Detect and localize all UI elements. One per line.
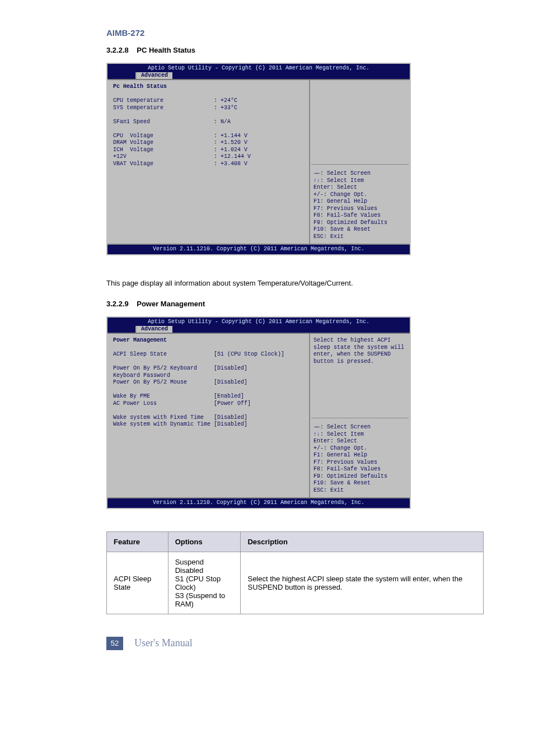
bios-row: +12V: +12.144 V	[113, 153, 303, 161]
bios-row-label: +12V	[113, 153, 214, 161]
bios-key-hint: F9: Optimized Defaults	[313, 220, 406, 227]
bios-row-value: [Enabled]	[214, 393, 244, 400]
bios-row-value: [Power Off]	[214, 400, 251, 408]
bios-left-1: Pc Health Status CPU temperature: +24°CS…	[107, 80, 310, 244]
paragraph-1: This page display all information about …	[106, 278, 484, 289]
bios-row: SFan1 Speed: N/A	[113, 119, 303, 126]
bios-row-label: Wake system with Fixed Time	[113, 414, 214, 422]
bios-row-label: CPU Voltage	[113, 133, 214, 140]
table-header: Description	[241, 531, 484, 552]
bios-keys-2: →←: Select Screen↑↓: Select ItemEnter: S…	[313, 421, 406, 494]
bios-row-value: [Disabled]	[214, 365, 247, 372]
table-header: Options	[168, 531, 241, 552]
bios-key-hint: F8: Fail-Safe Values	[313, 466, 406, 473]
bios-row-value: : +24°C	[214, 97, 237, 105]
section-num-2: 3.2.2.9	[106, 300, 129, 308]
bios-key-hint: →←: Select Screen	[313, 424, 406, 431]
bios-row: VBAT Voltage: +3.408 V	[113, 161, 303, 168]
bios-row	[113, 358, 303, 366]
bios-row-label: Wake system with Dynamic Time	[113, 421, 214, 428]
bios-heading-1: Pc Health Status	[113, 83, 303, 91]
bios-key-hint: F9: Optimized Defaults	[313, 473, 406, 480]
bios-left-2: Power Management ACPI Sleep State[S1 (CP…	[107, 334, 310, 497]
bios-row-value: : N/A	[214, 119, 231, 126]
bios-key-hint: ESC: Exit	[313, 234, 406, 241]
bios-row: ICH Voltage: +1.024 V	[113, 147, 303, 154]
section-num-1: 3.2.2.8	[106, 46, 129, 54]
bios-key-hint: F7: Previous Values	[313, 459, 406, 466]
bios-row	[113, 386, 303, 394]
bios-row-label: SFan1 Speed	[113, 119, 214, 126]
bios-key-hint: →←: Select Screen	[313, 170, 406, 178]
page-number: 52	[106, 637, 123, 650]
footer-text: User's Manual	[134, 637, 193, 649]
feature-table: FeatureOptionsDescription ACPI Sleep Sta…	[106, 531, 484, 614]
bios-keys-1: →←: Select Screen↑↓: Select ItemEnter: S…	[313, 167, 406, 240]
bios-footer-2: Version 2.11.1210. Copyright (C) 2011 Am…	[107, 497, 410, 508]
bios-row-label: Power On By PS/2 Keyboard	[113, 365, 214, 372]
table-cell: Select the highest ACPI sleep state the …	[241, 552, 484, 614]
bios-row-value: : +1.024 V	[214, 147, 247, 154]
bios-key-hint: +/-: Change Opt.	[313, 445, 406, 452]
bios-row: Power On By PS/2 Mouse[Disabled]	[113, 379, 303, 386]
bios-row-label: ACPI Sleep State	[113, 351, 214, 358]
section-heading-1: 3.2.2.8 PC Health Status	[106, 46, 484, 54]
bios-row-value: : +12.144 V	[214, 153, 251, 161]
bios-key-hint: F1: General Help	[313, 198, 406, 206]
bios-title-1: Aptio Setup Utility - Copyright (C) 2011…	[107, 64, 410, 72]
bios-row-label: Keyboard Password	[113, 372, 214, 380]
bios-row-value: : +33°C	[214, 105, 237, 112]
section-title-2: Power Management	[137, 300, 205, 308]
section-heading-2: 3.2.2.9 Power Management	[106, 300, 484, 308]
bios-row: DRAM Voltage: +1.520 V	[113, 139, 303, 147]
bios-row	[113, 125, 303, 133]
bios-row: Wake system with Fixed Time[Disabled]	[113, 414, 303, 422]
bios-screenshot-2: Aptio Setup Utility - Copyright (C) 2011…	[106, 316, 411, 509]
bios-right-1: →←: Select Screen↑↓: Select ItemEnter: S…	[310, 80, 410, 244]
bios-key-hint: F8: Fail-Safe Values	[313, 212, 406, 220]
bios-row-value: : +3.408 V	[214, 161, 247, 168]
bios-key-hint: ESC: Exit	[313, 487, 406, 494]
bios-row: ACPI Sleep State[S1 (CPU Stop Clock)]	[113, 351, 303, 358]
bios-key-hint: F10: Save & Reset	[313, 480, 406, 487]
bios-row: CPU temperature: +24°C	[113, 97, 303, 105]
bios-row: Power On By PS/2 Keyboard[Disabled]	[113, 365, 303, 372]
bios-row-label: DRAM Voltage	[113, 139, 214, 147]
bios-title-2: Aptio Setup Utility - Copyright (C) 2011…	[107, 318, 410, 326]
bios-footer-1: Version 2.11.1210. Copyright (C) 2011 Am…	[107, 244, 410, 254]
bios-key-hint: ↑↓: Select Item	[313, 178, 406, 185]
bios-row-value: : +1.520 V	[214, 139, 247, 147]
bios-row-label: ICH Voltage	[113, 147, 214, 154]
page-footer: 52 User's Manual	[50, 637, 484, 650]
bios-row-label: CPU temperature	[113, 97, 214, 105]
section-title-1: PC Health Status	[137, 46, 195, 54]
bios-row-label: AC Power Loss	[113, 400, 214, 408]
bios-key-hint: Enter: Select	[313, 438, 406, 445]
bios-row: Wake system with Dynamic Time[Disabled]	[113, 421, 303, 428]
bios-tab-advanced-2: Advanced	[135, 326, 172, 333]
bios-key-hint: +/-: Change Opt.	[313, 192, 406, 199]
bios-right-2: Select the highest ACPI sleep state the …	[310, 334, 410, 497]
table-header: Feature	[107, 531, 168, 552]
bios-row-label: Wake By PME	[113, 393, 214, 400]
table-cell: ACPI Sleep State	[107, 552, 168, 614]
bios-row-label: SYS temperature	[113, 105, 214, 112]
bios-row-value: [Disabled]	[214, 421, 247, 428]
bios-tab-row-2: Advanced	[107, 326, 410, 333]
bios-row-value: [Disabled]	[214, 379, 247, 386]
bios-key-hint: F7: Previous Values	[313, 206, 406, 213]
bios-row-label: VBAT Voltage	[113, 161, 214, 168]
bios-row-value: [Disabled]	[214, 414, 247, 422]
bios-row-value: : +1.144 V	[214, 133, 247, 140]
product-heading: AIMB-272	[106, 28, 484, 38]
bios-tab-advanced-1: Advanced	[135, 72, 172, 80]
bios-row	[113, 111, 303, 119]
bios-row: SYS temperature: +33°C	[113, 105, 303, 112]
bios-row: CPU Voltage: +1.144 V	[113, 133, 303, 140]
bios-row: AC Power Loss[Power Off]	[113, 400, 303, 408]
bios-screenshot-1: Aptio Setup Utility - Copyright (C) 2011…	[106, 63, 411, 255]
bios-key-hint: ↑↓: Select Item	[313, 431, 406, 438]
bios-row	[113, 407, 303, 414]
bios-key-hint: F1: General Help	[313, 452, 406, 459]
bios-key-hint: F10: Save & Reset	[313, 226, 406, 234]
